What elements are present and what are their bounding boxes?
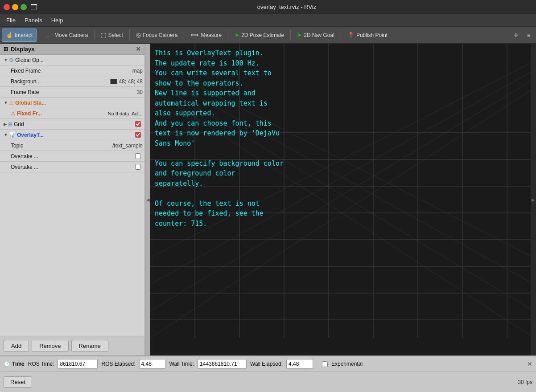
- separator-1: [39, 30, 39, 41]
- plus-icon: ✛: [514, 32, 518, 38]
- toolbar-measure-button[interactable]: ⟺ Measure: [186, 29, 226, 42]
- maximize-button[interactable]: [21, 4, 27, 10]
- measure-icon: ⟺: [190, 32, 199, 38]
- tree-row-background[interactable]: Backgroun... 48; 48; 48: [0, 76, 144, 87]
- bottom-buttons: Add Remove Rename: [0, 336, 144, 355]
- global-options-arrow[interactable]: [4, 57, 8, 62]
- displays-close-button[interactable]: ✕: [136, 45, 141, 53]
- rename-button[interactable]: Rename: [71, 340, 108, 352]
- fixed-frame-value: map: [132, 68, 143, 74]
- global-status-arrow[interactable]: [4, 100, 8, 105]
- overlay-checkbox[interactable]: [135, 132, 141, 138]
- tree-row-global-status[interactable]: ⚠ Global Sta...: [0, 98, 144, 108]
- close-button[interactable]: [4, 4, 10, 10]
- menu-file[interactable]: File: [2, 16, 20, 25]
- topic-label: Topic: [11, 143, 112, 149]
- separator-2: [94, 30, 95, 41]
- overtake2-label: Overtake ...: [11, 164, 135, 170]
- wall-elapsed-input[interactable]: [286, 359, 313, 369]
- fps-display: 30 fps: [518, 379, 532, 385]
- tree-row-topic[interactable]: Topic /text_sample: [0, 140, 144, 151]
- toolbar-nav-goal-button[interactable]: ➤ 2D Nav Goal: [293, 29, 338, 42]
- toolbar-menu-button[interactable]: ≡: [523, 29, 534, 42]
- panel-collapse-handle[interactable]: ◀: [145, 44, 150, 355]
- cursor-icon: ☝: [6, 32, 13, 38]
- select-label: Select: [108, 32, 123, 38]
- tree-row-global-options[interactable]: ⚙ Global Op...: [0, 55, 144, 65]
- separator-4: [184, 30, 184, 41]
- ros-time-label: ROS Time:: [28, 361, 54, 367]
- ros-time-input[interactable]: [58, 359, 98, 369]
- overlay-text-label: OverlayT...: [17, 132, 135, 138]
- focus-icon: ◎: [136, 32, 141, 38]
- toolbar-focus-camera-button[interactable]: ◎ Focus Camera: [132, 29, 182, 42]
- ros-elapsed-input[interactable]: [139, 359, 166, 369]
- background-value: 48; 48; 48: [119, 78, 143, 85]
- grid-label: Grid: [14, 121, 135, 127]
- camera-icon: 🎥: [45, 32, 53, 38]
- minimize-button[interactable]: [12, 4, 18, 10]
- grid-checkbox[interactable]: [135, 121, 141, 127]
- overlay-arrow[interactable]: [4, 132, 8, 137]
- remove-button[interactable]: Remove: [32, 340, 68, 352]
- toolbar-add-button[interactable]: ✛: [510, 29, 522, 42]
- nav-icon: ➤: [297, 32, 302, 38]
- tree-row-grid[interactable]: ⊞ Grid: [0, 119, 144, 130]
- tree-row-fixed-frame-error[interactable]: ⚠ Fixed Fr... No tf data. Act...: [0, 108, 144, 119]
- fixed-frame-error-icon: ⚠: [11, 110, 16, 117]
- select-icon: ⬚: [101, 32, 106, 38]
- focus-camera-label: Focus Camera: [143, 32, 178, 38]
- fixed-frame-error-value: No tf data. Act...: [108, 111, 143, 116]
- overtake1-checkbox[interactable]: [135, 153, 141, 159]
- timebar-close-button[interactable]: ✕: [527, 360, 532, 368]
- publish-point-label: Publish Point: [356, 32, 388, 38]
- interact-label: Interact: [15, 32, 33, 38]
- experimental-label: Experimental: [331, 361, 363, 367]
- main-content: ⊞ Displays ✕ ⚙ Global Op... Fixed Frame …: [0, 44, 536, 355]
- tree-row-overtake2[interactable]: Overtake ...: [0, 162, 144, 172]
- menu-help[interactable]: Help: [47, 16, 68, 25]
- tree-row-frame-rate[interactable]: Frame Rate 30: [0, 87, 144, 98]
- overtake2-checkbox[interactable]: [135, 164, 141, 170]
- window-title: overlay_text.rviz - RViz: [41, 4, 532, 10]
- window-icon: 🗖: [30, 3, 37, 11]
- wall-time-label: Wall Time:: [169, 361, 194, 367]
- tree-row-overtake1[interactable]: Overtake ...: [0, 151, 144, 162]
- viewport-right-collapse[interactable]: ▶: [531, 44, 536, 355]
- menu-panels[interactable]: Panels: [20, 16, 47, 25]
- reset-button[interactable]: Reset: [4, 376, 32, 388]
- experimental-checkbox[interactable]: [322, 361, 328, 367]
- point-icon: 📍: [347, 32, 355, 38]
- global-options-label: Global Op...: [15, 57, 143, 63]
- toolbar-select-button[interactable]: ⬚ Select: [97, 29, 127, 42]
- fixed-frame-label: Fixed Frame: [11, 68, 132, 74]
- global-status-icon: ⚠: [9, 100, 14, 106]
- toolbar-publish-point-button[interactable]: 📍 Publish Point: [343, 29, 392, 42]
- toolbar-interact-button[interactable]: ☝ Interact: [2, 29, 37, 42]
- grid-arrow[interactable]: [4, 122, 7, 127]
- separator-7: [341, 30, 341, 41]
- nav-goal-label: 2D Nav Goal: [304, 32, 334, 38]
- add-button[interactable]: Add: [4, 340, 29, 352]
- right-collapse-icon: ▶: [532, 197, 535, 202]
- menubar: File Panels Help: [0, 14, 536, 27]
- toolbar-move-camera-button[interactable]: 🎥 Move Camera: [41, 29, 92, 42]
- pose-estimate-label: 2D Pose Estimate: [241, 32, 284, 38]
- displays-title: ⊞ Displays: [4, 46, 34, 53]
- tree-view: ⚙ Global Op... Fixed Frame map Backgroun…: [0, 55, 144, 336]
- left-panel: ⊞ Displays ✕ ⚙ Global Op... Fixed Frame …: [0, 44, 145, 355]
- wall-time-input[interactable]: [198, 359, 247, 369]
- tree-row-overlay-text[interactable]: 📊 OverlayT...: [0, 130, 144, 140]
- menu-icon: ≡: [527, 32, 530, 38]
- displays-label: Displays: [11, 46, 34, 53]
- time-label: Time: [12, 361, 25, 367]
- overtake1-label: Overtake ...: [11, 153, 135, 159]
- frame-rate-label: Frame Rate: [11, 89, 137, 95]
- frame-rate-value: 30: [137, 89, 143, 95]
- toolbar-pose-estimate-button[interactable]: ➤ 2D Pose Estimate: [231, 29, 288, 42]
- tree-row-fixed-frame[interactable]: Fixed Frame map: [0, 65, 144, 76]
- viewport[interactable]: .grid-line { stroke: #404040; stroke-wid…: [150, 44, 536, 355]
- statusbar: Reset 30 fps: [0, 372, 536, 392]
- measure-label: Measure: [201, 32, 222, 38]
- grid-icon: ⊞: [8, 121, 12, 127]
